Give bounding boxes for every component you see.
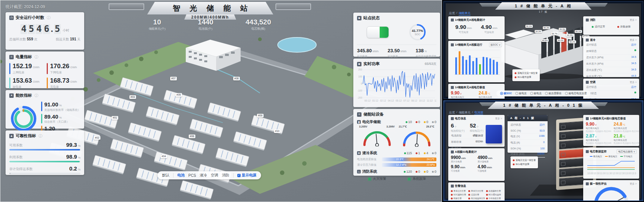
svg-text:13:30: 13:30 (631, 172, 636, 175)
site-status-stats: 345.80 MWh可充电量23.50 MWh可放电量138 %今日充放电完成率 (357, 44, 436, 58)
more-link[interactable]: 更多 > (495, 117, 502, 120)
radio-簇SOC[interactable]: 簇SOC (500, 92, 512, 95)
toolbar-item-消防[interactable]: 消防 (222, 173, 229, 178)
digit: 4 (20, 24, 27, 34)
status-dot (406, 121, 407, 123)
reliability-card-title: 可靠性指标 (16, 133, 36, 139)
show-power-checkbox[interactable]: ✓显示电源 (237, 173, 257, 178)
soc-tag[interactable]: 56.3% (543, 26, 550, 29)
stat: 52 个模组电芯(个) (470, 122, 483, 133)
status-dot (404, 171, 406, 173)
info-icon[interactable]: ⓘ (39, 133, 42, 139)
more-link[interactable]: 更多 > (630, 19, 637, 22)
monitor-metric-dropdown[interactable]: 电芯电压曲线 ∨ (617, 149, 637, 154)
svg-text:0: 0 (361, 82, 362, 85)
devices-icon: ≡ (357, 112, 361, 117)
alarm-dot (486, 198, 488, 199)
cooling-range-row: 电池舱温度极值22.5℃24.1℃ (357, 158, 436, 161)
card-icon (586, 150, 589, 153)
cluster-metric-dropdown[interactable]: 簇SOC ∨ (489, 43, 502, 47)
breadcrumb-item[interactable]: 总览 (449, 11, 455, 16)
info-icon[interactable]: ⓘ (34, 54, 38, 60)
soc-tag[interactable]: 58.7% (551, 32, 558, 35)
radio-簇电流[interactable]: 簇电流 (530, 92, 542, 95)
checkbox-icon: ✓ (237, 174, 241, 177)
breadcrumb-separator: / (456, 11, 457, 16)
breadcrumb-item[interactable]: 储能单元 (459, 110, 470, 115)
kv-row: 进水压力 (kPa)34.5 (586, 54, 637, 61)
energy-stat: 4.90 MWh可放电量 (478, 165, 502, 173)
info-icon[interactable]: ⓘ (34, 93, 38, 98)
stat: 4.90 MWh可放电量 (481, 24, 498, 34)
svg-text:01:12: 01:12 (372, 99, 379, 102)
soc-tag[interactable]: 56.2% (569, 40, 576, 43)
unit-tag[interactable]: #05 (175, 93, 182, 97)
unit-tag[interactable]: #08 (233, 77, 240, 80)
toolbar-item-电池[interactable]: 电池 (177, 173, 185, 178)
radio-簇电芯电压温度[interactable]: 簇电芯电压温度 (565, 92, 587, 95)
status-count: 0 (424, 120, 428, 124)
unit-tag[interactable]: #09 (257, 114, 264, 117)
header-stat: 1440电池簇(个) (198, 18, 213, 31)
cell-monitor-title: 电芯数据监控 (590, 150, 607, 153)
breadcrumb-item[interactable]: 电池簇 (474, 110, 483, 115)
toolbar-item-液冷[interactable]: 液冷 (200, 173, 207, 178)
more-link[interactable]: 更多 > (630, 39, 637, 42)
alarm-dot (515, 76, 516, 78)
shield-icon: ▲ (9, 134, 14, 138)
cluster-panel-title: 1 # 储 能 单 元 - A 相 - 0 1 簇 (488, 102, 599, 109)
efficiency-metric: 91.00 %充放电转换效率（储能系统） (41, 102, 81, 112)
status-count: 10 (406, 120, 412, 124)
breadcrumb-item[interactable]: 储能单元 (459, 11, 470, 16)
digit: 5 (28, 24, 34, 34)
alarm-dot (451, 198, 453, 199)
soc-tag[interactable]: 34.3% (535, 30, 542, 33)
status-dot (592, 26, 594, 28)
unit-tag[interactable]: #10 (274, 129, 281, 133)
unit-tag[interactable]: #07 (170, 77, 177, 80)
toolbar-item-PCS[interactable]: PCS (188, 173, 196, 178)
soc-tag[interactable]: 44.5% (541, 39, 549, 42)
pond (278, 37, 316, 52)
soc-tag[interactable]: 56.1% (575, 30, 582, 33)
card-icon (586, 117, 589, 120)
unit-cluster-chart-card: 1#储能单元A相簇运行 簇SOC ∨ (448, 41, 505, 82)
soc-tag[interactable]: 56.1% (525, 25, 533, 28)
unit-hvac-card: 空调 更多 > 运行状态运行故障状态环境温度 (℃)27.8环境湿度 (%)75… (583, 79, 639, 99)
energy-card-title: 电量指标 (16, 54, 32, 60)
efficiency-card-title: 能效指标 (16, 93, 32, 98)
alarm-item: 单体过压告警 (451, 190, 467, 192)
soc-tag[interactable]: 44.2% (566, 34, 574, 37)
status-dot (432, 152, 434, 154)
kv-row: 出水压力 (kPa)34.5 (586, 61, 637, 67)
svg-text:10:12: 10:12 (419, 99, 425, 102)
alarm-item: 高压箱故障告警 (468, 197, 484, 200)
unit-tag[interactable]: #01 (112, 116, 118, 120)
unit-tag[interactable]: #02 (94, 136, 100, 140)
status-dot (424, 171, 426, 173)
cell-extreme: 9.90 V电芯最高电压电池舱01-电池簇01-电芯001 (451, 91, 476, 99)
soc-tag[interactable]: 26.3% (559, 28, 566, 31)
unit-tag[interactable]: #06 (189, 135, 195, 138)
unit-panel-subtitle: 17 簇 (539, 10, 548, 14)
status-ok-dot (634, 92, 636, 93)
more-link[interactable]: 更多 > (630, 81, 637, 84)
card-icon (451, 43, 454, 46)
svg-text:11:30: 11:30 (606, 172, 612, 175)
soc-tag[interactable]: 34.0% (557, 39, 564, 42)
alarm-dot (468, 198, 470, 199)
radio-簇电压[interactable]: 簇电压 (515, 92, 527, 95)
more-link[interactable]: 更多 > (630, 182, 637, 186)
radio-簇温度极值[interactable]: 簇温度极值 (545, 92, 562, 95)
alarm-dot (513, 163, 515, 165)
info-icon[interactable]: ⓘ (47, 15, 50, 20)
status-dot (424, 152, 426, 154)
unit-tag[interactable]: #04 (161, 155, 167, 158)
cluster-energy-title: A相簇01电量统计 (455, 150, 477, 154)
toolbar-item-默认[interactable]: 默认 (162, 173, 169, 178)
breadcrumb-item[interactable]: 总览 (449, 110, 455, 115)
unit-tag[interactable]: #03 (129, 95, 136, 99)
svg-text:100: 100 (358, 75, 362, 78)
fire-status: 运行正常 (592, 25, 605, 29)
toolbar-item-空调[interactable]: 空调 (211, 173, 218, 178)
